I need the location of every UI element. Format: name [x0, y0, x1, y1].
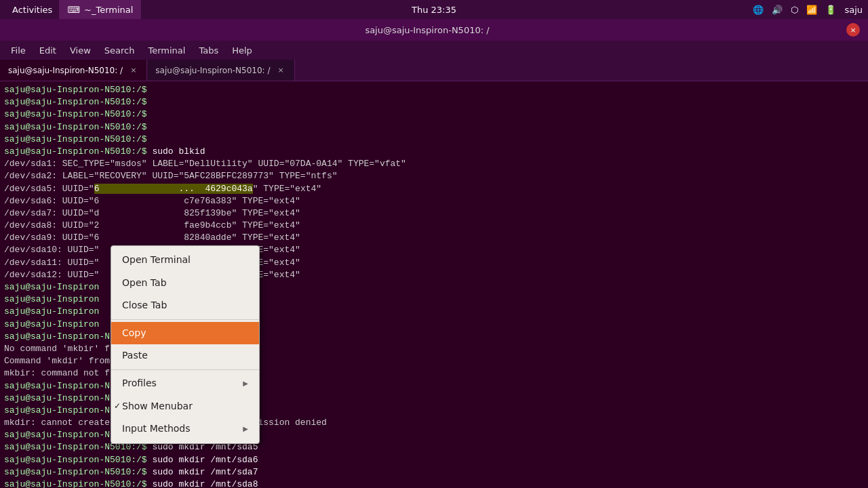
term-line: /dev/sda6: UUID="6 c7e76a383" TYPE="ext4… — [4, 195, 864, 207]
menu-bar: File Edit View Search Terminal Tabs Help — [0, 41, 868, 60]
term-line: /dev/sda5: UUID="6 ... 4629c043a" TYPE="… — [4, 183, 864, 195]
ctx-open-tab-label: Open Tab — [122, 277, 167, 290]
volume-icon[interactable]: 🔊 — [772, 5, 783, 15]
ctx-input-methods[interactable]: Input Methods ▶ — [111, 418, 259, 441]
ctx-copy[interactable]: Copy — [111, 322, 259, 345]
system-topbar: Activities ⌨ ~_Terminal Thu 23:35 🌐 🔊 ⬡ … — [0, 0, 868, 19]
wifi-icon[interactable]: 📶 — [806, 5, 817, 15]
tab-1[interactable]: saju@saju-Inspiron-N5010: / × — [0, 60, 147, 81]
tab-2-close[interactable]: × — [276, 65, 286, 75]
ctx-open-terminal[interactable]: Open Terminal — [111, 249, 259, 272]
term-line: saju@saju-Inspiron-N5010:/$ — [4, 121, 864, 134]
terminal-window: saju@saju-Inspiron-N5010: / × File Edit … — [0, 19, 868, 488]
topbar-terminal-label: ~_Terminal — [84, 5, 133, 15]
ctx-profiles-label: Profiles — [122, 377, 157, 390]
ctx-open-terminal-label: Open Terminal — [122, 253, 191, 267]
user-label[interactable]: saju — [844, 5, 863, 15]
ctx-close-tab[interactable]: Close Tab — [111, 294, 259, 317]
tab-2-label: saju@saju-Inspiron-N5010: / — [155, 66, 270, 75]
menu-view[interactable]: View — [64, 44, 96, 57]
bluetooth-icon[interactable]: ⬡ — [791, 5, 798, 15]
ctx-separator-2 — [111, 369, 259, 370]
window-title: saju@saju-Inspiron-N5010: / — [8, 25, 846, 35]
tabs-bar: saju@saju-Inspiron-N5010: / × saju@saju-… — [0, 60, 868, 81]
network-icon[interactable]: 🌐 — [753, 5, 764, 15]
context-menu: Open Terminal Open Tab Close Tab Copy Pa… — [111, 245, 260, 444]
term-line: /dev/sda7: UUID="d 825f139be" TYPE="ext4… — [4, 207, 864, 220]
ctx-separator-1 — [111, 319, 259, 320]
menu-file[interactable]: File — [5, 44, 31, 57]
activities-button[interactable]: Activities — [5, 0, 59, 19]
term-line: saju@saju-Inspiron-N5010:/$ — [4, 134, 864, 146]
tab-1-close[interactable]: × — [128, 65, 138, 75]
term-line: /dev/sda9: UUID="6 82840adde" TYPE="ext4… — [4, 232, 864, 244]
ctx-profiles[interactable]: Profiles ▶ — [111, 372, 259, 395]
term-line: saju@saju-Inspiron-N5010:/$ sudo mkdir /… — [4, 466, 864, 479]
ctx-copy-label: Copy — [122, 327, 146, 340]
topbar-left: Activities ⌨ ~_Terminal — [5, 0, 141, 19]
ctx-paste[interactable]: Paste — [111, 344, 259, 367]
window-titlebar: saju@saju-Inspiron-N5010: / × — [0, 19, 868, 41]
ctx-input-methods-arrow: ▶ — [243, 424, 248, 434]
ctx-open-tab[interactable]: Open Tab — [111, 272, 259, 295]
ctx-paste-label: Paste — [122, 349, 148, 363]
ctx-profiles-arrow: ▶ — [243, 379, 248, 388]
menu-search[interactable]: Search — [99, 44, 140, 57]
ctx-show-menubar[interactable]: Show Menubar — [111, 395, 259, 418]
menu-edit[interactable]: Edit — [34, 44, 62, 57]
term-line: saju@saju-Inspiron-N5010:/$ — [4, 96, 864, 108]
menu-help[interactable]: Help — [226, 44, 258, 57]
terminal-content[interactable]: saju@saju-Inspiron-N5010:/$ saju@saju-In… — [0, 81, 868, 488]
ctx-input-methods-label: Input Methods — [122, 422, 191, 436]
tab-1-label: saju@saju-Inspiron-N5010: / — [8, 66, 123, 75]
term-line: saju@saju-Inspiron-N5010:/$ — [4, 84, 864, 96]
window-close-button[interactable]: × — [846, 23, 860, 37]
ctx-close-tab-label: Close Tab — [122, 299, 167, 312]
topbar-datetime: Thu 23:35 — [412, 5, 456, 15]
term-line: /dev/sda2: LABEL="RECOVERY" UUID="5AFC28… — [4, 170, 864, 182]
term-line: saju@saju-Inspiron-N5010:/$ sudo blkid — [4, 146, 864, 158]
term-line: /dev/sda8: UUID="2 fae9b4ccb" TYPE="ext4… — [4, 220, 864, 232]
battery-icon[interactable]: 🔋 — [825, 5, 836, 15]
terminal-icon: ⌨ — [67, 5, 80, 15]
term-line: /dev/sda1: SEC_TYPE="msdos" LABEL="DellU… — [4, 158, 864, 170]
menu-tabs[interactable]: Tabs — [193, 44, 224, 57]
topbar-terminal-tab[interactable]: ⌨ ~_Terminal — [59, 0, 141, 19]
term-line: saju@saju-Inspiron-N5010:/$ sudo mkdir /… — [4, 479, 864, 488]
term-line: saju@saju-Inspiron-N5010:/$ sudo mkdir /… — [4, 454, 864, 466]
ctx-show-menubar-label: Show Menubar — [122, 400, 193, 413]
tab-2[interactable]: saju@saju-Inspiron-N5010: / × — [147, 60, 294, 81]
menu-terminal[interactable]: Terminal — [142, 44, 191, 57]
term-line: saju@saju-Inspiron-N5010:/$ — [4, 108, 864, 121]
topbar-right: 🌐 🔊 ⬡ 📶 🔋 saju — [753, 5, 863, 15]
